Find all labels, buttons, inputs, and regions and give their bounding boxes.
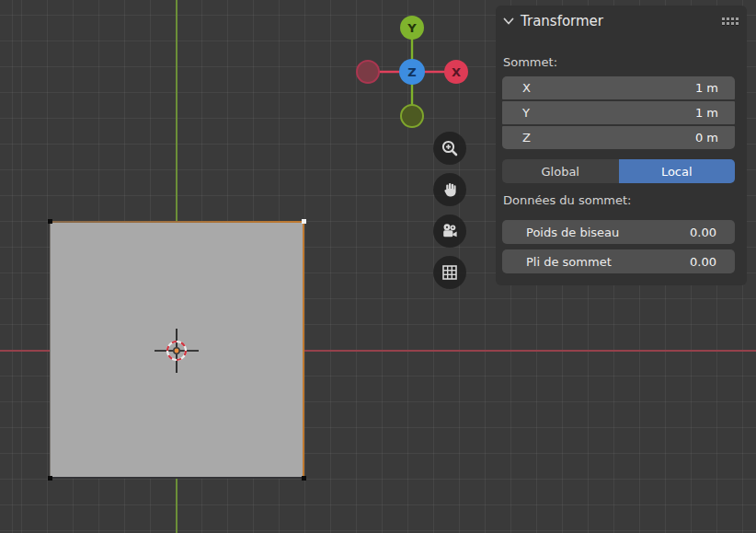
vertex-bottom-right[interactable]: [302, 476, 306, 481]
gizmo-z-handle[interactable]: Z: [399, 59, 425, 85]
bevel-weight-label: Poids de biseau: [526, 226, 690, 239]
mesh-edge-left[interactable]: [50, 221, 51, 479]
vertex-z-field[interactable]: Z 0 m: [502, 126, 735, 149]
gizmo-x-label: X: [452, 65, 461, 79]
vertex-top-left[interactable]: [48, 219, 52, 224]
vertex-x-value: 1 m: [695, 81, 718, 95]
panel-header[interactable]: Transformer: [496, 6, 747, 33]
gizmo-x-handle[interactable]: X: [444, 60, 468, 84]
vertex-z-label: Z: [522, 131, 695, 145]
pan-hand-icon: [441, 180, 459, 199]
global-button[interactable]: Global: [502, 159, 619, 183]
pan-button[interactable]: [433, 173, 466, 206]
gizmo-negative-x-handle[interactable]: [356, 60, 380, 84]
vertex-section-label: Sommet:: [503, 55, 735, 69]
local-button-active[interactable]: Local: [619, 159, 736, 183]
vertex-y-label: Y: [522, 106, 695, 120]
vertex-bottom-left[interactable]: [48, 476, 52, 481]
ortho-toggle-button[interactable]: [433, 256, 466, 289]
vertex-crease-value: 0.00: [690, 255, 716, 269]
vertex-data-fields: Poids de biseau 0.00 Pli de sommet 0.00: [502, 220, 735, 273]
viewport-toolbar: [433, 132, 466, 289]
mesh-edge-bottom[interactable]: [50, 477, 304, 479]
vertex-x-label: X: [522, 81, 695, 95]
bevel-weight-slider[interactable]: Poids de biseau 0.00: [502, 220, 735, 244]
transform-sidebar-panel: Transformer Sommet: X 1 m Y 1 m Z 0 m: [496, 6, 747, 285]
gizmo-negative-y-handle[interactable]: [400, 104, 424, 128]
navigation-axis-gizmo[interactable]: Y Z X: [352, 12, 472, 132]
3d-cursor: [149, 323, 204, 378]
zoom-button[interactable]: [433, 132, 466, 165]
camera-icon: [441, 222, 459, 240]
vertex-y-value: 1 m: [695, 106, 718, 120]
vertex-z-value: 0 m: [695, 131, 718, 145]
vertex-coordinate-fields: X 1 m Y 1 m Z 0 m: [502, 76, 735, 149]
vertex-x-field[interactable]: X 1 m: [502, 76, 735, 99]
grip-dots-icon[interactable]: [722, 17, 739, 25]
panel-title: Transformer: [521, 13, 722, 29]
bevel-weight-value: 0.00: [690, 226, 716, 239]
gizmo-y-handle[interactable]: Y: [400, 16, 424, 40]
mesh-edge-top-selected[interactable]: [50, 221, 304, 223]
orientation-toggle: Global Local: [502, 159, 735, 183]
vertex-crease-slider[interactable]: Pli de sommet 0.00: [502, 249, 735, 273]
camera-view-button[interactable]: [433, 214, 466, 248]
vertex-y-field[interactable]: Y 1 m: [502, 101, 735, 124]
gizmo-z-label: Z: [407, 65, 416, 79]
chevron-down-icon[interactable]: [503, 17, 514, 26]
zoom-icon: [441, 139, 459, 157]
blender-3d-viewport: Y Z X: [0, 0, 756, 533]
gizmo-y-label: Y: [407, 21, 416, 35]
vertex-top-right-selected[interactable]: [302, 219, 306, 224]
vertex-data-section-label: Données du sommet:: [503, 193, 735, 207]
vertex-crease-label: Pli de sommet: [526, 255, 690, 269]
grid-icon: [441, 263, 459, 282]
panel-body: Sommet: X 1 m Y 1 m Z 0 m Global Local: [496, 55, 747, 273]
mesh-edge-right-selected[interactable]: [303, 221, 304, 479]
